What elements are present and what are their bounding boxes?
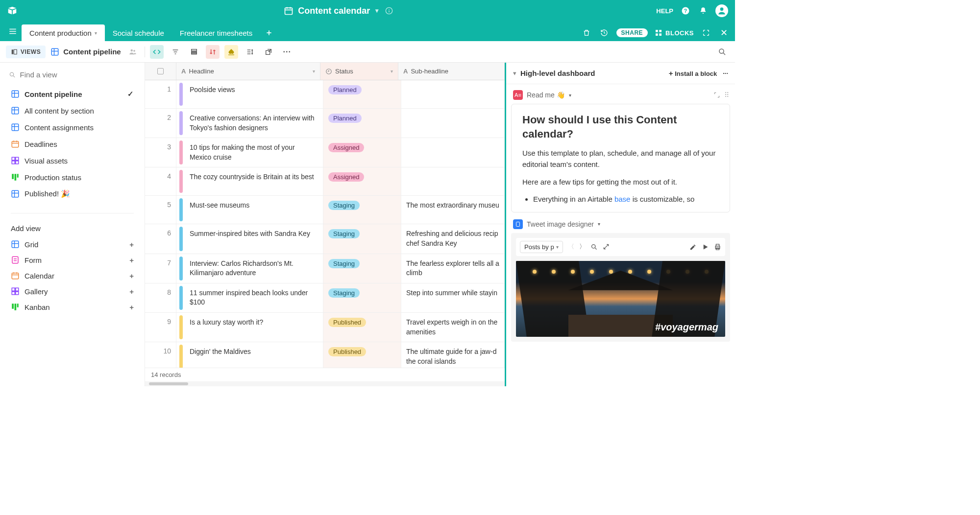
cell-status[interactable]: Planned <box>323 109 401 138</box>
edit-icon[interactable] <box>689 243 697 251</box>
plus-icon[interactable]: + <box>129 272 134 280</box>
chevron-down-icon[interactable]: ▾ <box>95 30 97 36</box>
menu-icon[interactable] <box>4 22 22 41</box>
chevron-down-icon[interactable]: ▾ <box>569 93 571 98</box>
posts-selector[interactable]: Posts by p ▾ <box>520 241 563 253</box>
sidebar-view-item[interactable]: All content by section <box>2 102 143 119</box>
bell-icon[interactable] <box>698 5 709 16</box>
cell-status[interactable]: Staging <box>323 254 401 283</box>
trash-icon[interactable] <box>581 27 592 38</box>
search-icon[interactable] <box>590 243 598 251</box>
current-view-name[interactable]: Content pipeline <box>50 47 121 56</box>
table-row[interactable]: 7Interview: Carlos Richardson's Mt. Kili… <box>145 254 505 283</box>
cell-subheadline[interactable] <box>401 109 505 138</box>
expand-block-icon[interactable] <box>713 92 720 98</box>
code-icon[interactable] <box>150 45 164 59</box>
table-row[interactable]: 2Creative conversations: An interview wi… <box>145 109 505 138</box>
chevron-down-icon[interactable]: ▾ <box>598 221 600 227</box>
sidebar-view-item[interactable]: Deadlines <box>2 136 143 152</box>
table-row[interactable]: 6Summer-inspired bites with Sandra KeySt… <box>145 224 505 254</box>
column-header-headline[interactable]: A Headline ▾ <box>176 63 320 80</box>
group-icon[interactable] <box>187 45 201 59</box>
close-panel-icon[interactable]: ✕ <box>718 27 729 38</box>
cell-subheadline[interactable]: Travel experts weigh in on the amenities <box>401 313 505 342</box>
history-icon[interactable] <box>599 27 610 38</box>
table-tab[interactable]: Freelancer timesheets <box>172 24 260 41</box>
sidebar-view-item[interactable]: Production status <box>2 169 143 186</box>
chevron-down-icon[interactable]: ▾ <box>513 70 516 77</box>
table-row[interactable]: 1Poolside viewsPlanned <box>145 80 505 109</box>
cell-subheadline[interactable] <box>401 138 505 167</box>
cell-headline[interactable]: 10 tips for making the most of your Mexi… <box>183 138 323 167</box>
cell-headline[interactable]: Is a luxury stay worth it? <box>183 313 323 342</box>
filter-icon[interactable] <box>169 45 182 59</box>
add-view-item[interactable]: Kanban+ <box>2 299 143 315</box>
search-icon[interactable] <box>715 45 729 59</box>
sort-icon[interactable] <box>206 45 220 59</box>
table-row[interactable]: 10Diggin' the MaldivesPublishedThe ultim… <box>145 342 505 368</box>
plus-icon[interactable]: + <box>129 256 134 264</box>
cell-headline[interactable]: The cozy countryside is Britain at its b… <box>183 167 323 195</box>
cell-headline[interactable]: 11 summer inspired beach looks under $10… <box>183 283 323 312</box>
install-block-button[interactable]: + Install a block <box>669 69 717 77</box>
block-header-tweet[interactable]: Tweet image designer ▾ <box>511 217 730 231</box>
user-avatar[interactable] <box>715 4 728 17</box>
sidebar-view-item[interactable]: Published! 🎉 <box>2 186 143 202</box>
cell-subheadline[interactable] <box>401 80 505 108</box>
cell-status[interactable]: Assigned <box>323 138 401 167</box>
cell-status[interactable]: Assigned <box>323 167 401 195</box>
find-view-input[interactable] <box>20 70 136 79</box>
base-name[interactable]: Content calendar <box>298 6 370 16</box>
table-row[interactable]: 4The cozy countryside is Britain at its … <box>145 167 505 196</box>
table-row[interactable]: 811 summer inspired beach looks under $1… <box>145 283 505 313</box>
chevron-down-icon[interactable]: ▾ <box>313 69 315 74</box>
drag-handle-icon[interactable]: ⠿ <box>724 91 728 99</box>
cell-subheadline[interactable]: The ultimate guide for a jaw-d the coral… <box>401 342 505 368</box>
collaborators-icon[interactable] <box>126 45 140 59</box>
table-tab[interactable]: Content production▾ <box>22 24 105 41</box>
table-row[interactable]: 5Must-see museumsStagingThe most extraor… <box>145 196 505 224</box>
row-height-icon[interactable] <box>243 45 257 59</box>
blocks-button[interactable]: BLOCKS <box>655 29 694 37</box>
cell-subheadline[interactable] <box>401 167 505 195</box>
cell-headline[interactable]: Must-see museums <box>183 196 323 224</box>
more-icon[interactable]: ··· <box>280 45 294 59</box>
print-icon[interactable] <box>714 243 721 251</box>
share-button[interactable]: SHARE <box>616 28 648 37</box>
app-logo-icon[interactable] <box>7 5 18 16</box>
expand-icon[interactable] <box>701 27 711 38</box>
add-table-button[interactable] <box>260 24 278 41</box>
chevron-down-icon[interactable]: ▼ <box>374 7 380 14</box>
cell-status[interactable]: Staging <box>323 196 401 224</box>
plus-icon[interactable]: + <box>129 303 134 311</box>
cell-status[interactable]: Planned <box>323 80 401 108</box>
cell-status[interactable]: Staging <box>323 283 401 312</box>
share-view-icon[interactable] <box>262 45 275 59</box>
cell-subheadline[interactable]: Step into summer while stayin <box>401 283 505 312</box>
column-header-sub[interactable]: A Sub-headline <box>398 63 505 80</box>
more-icon[interactable]: ··· <box>723 70 728 77</box>
column-header-status[interactable]: Status ▾ <box>320 63 398 80</box>
table-tab[interactable]: Social schedule <box>105 24 172 41</box>
cell-headline[interactable]: Interview: Carlos Richardson's Mt. Kilim… <box>183 254 323 283</box>
prev-icon[interactable]: 〈 <box>568 242 574 251</box>
base-link[interactable]: base <box>614 195 631 203</box>
cell-headline[interactable]: Poolside views <box>183 80 323 108</box>
help-icon[interactable]: ? <box>680 5 691 16</box>
play-icon[interactable] <box>702 243 709 251</box>
add-view-item[interactable]: Gallery+ <box>2 283 143 299</box>
cell-headline[interactable]: Creative conversations: An interview wit… <box>183 109 323 138</box>
add-view-item[interactable]: Calendar+ <box>2 268 143 283</box>
info-icon[interactable] <box>384 5 394 16</box>
select-all-checkbox[interactable] <box>145 63 176 80</box>
table-row[interactable]: 310 tips for making the most of your Mex… <box>145 138 505 167</box>
add-view-item[interactable]: Form+ <box>2 252 143 268</box>
cell-subheadline[interactable]: The fearless explorer tells all a climb <box>401 254 505 283</box>
block-header-readme[interactable]: A≡ Read me 👋 ▾ ⠿ <box>511 88 730 102</box>
horizontal-scrollbar[interactable] <box>145 381 505 386</box>
add-view-item[interactable]: Grid+ <box>2 236 143 252</box>
dashboard-title[interactable]: High-level dashboard <box>520 69 665 77</box>
cell-status[interactable]: Staging <box>323 224 401 253</box>
expand-icon[interactable] <box>603 243 610 250</box>
sidebar-view-item[interactable]: Content assignments <box>2 119 143 136</box>
